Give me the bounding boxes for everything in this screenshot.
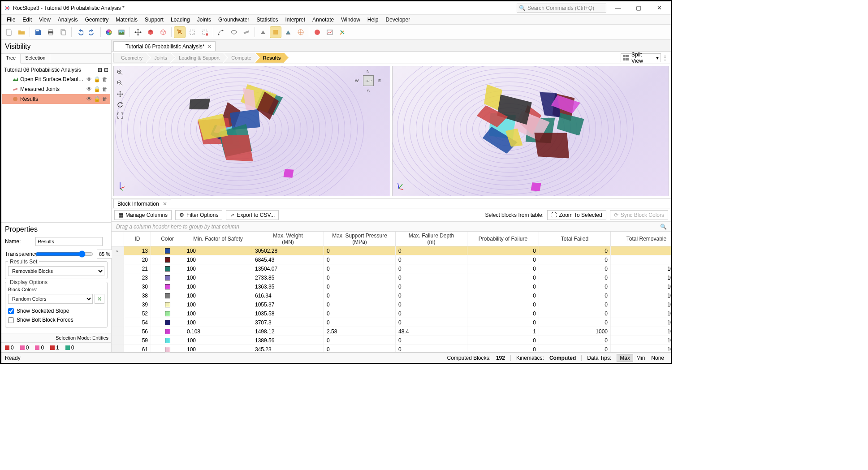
- table-row[interactable]: 30 100 1363.35 0 0 0 0 1000: [112, 282, 671, 291]
- table-row[interactable]: 38 100 616.34 0 0 0 0 1000: [112, 291, 671, 300]
- visibility-toggle-icon[interactable]: 👁: [86, 86, 92, 92]
- menu-loading[interactable]: Loading: [167, 16, 194, 24]
- new-file-button[interactable]: [3, 26, 15, 38]
- document-tab[interactable]: Tutorial 06 Probabilistic Analysis* ✕: [113, 41, 216, 51]
- plot-button[interactable]: [324, 26, 336, 38]
- collapse-all-icon[interactable]: ⊟: [104, 67, 108, 73]
- table-row[interactable]: 59 100 1389.56 0 0 0 0 1000: [112, 336, 671, 345]
- block-colors-select[interactable]: Random Colors: [8, 294, 93, 304]
- panel-options-button[interactable]: ⋮: [661, 55, 669, 61]
- table-header-col-7[interactable]: Probability of Failure: [467, 232, 539, 246]
- results-set-select[interactable]: Removable Blocks: [8, 266, 104, 276]
- fit-icon[interactable]: [116, 111, 125, 120]
- row-handle[interactable]: ▸: [112, 246, 124, 255]
- show-bolt-forces-checkbox[interactable]: [8, 317, 14, 323]
- datatip-max[interactable]: Max: [617, 354, 633, 362]
- tree-item-results[interactable]: Results 👁 🔒 🗑: [2, 94, 110, 104]
- minimize-button[interactable]: —: [609, 1, 627, 15]
- table-header-col-4[interactable]: Max. Weight (MN): [252, 232, 324, 246]
- row-handle[interactable]: [112, 255, 124, 264]
- row-handle[interactable]: [112, 336, 124, 345]
- menu-help[interactable]: Help: [364, 16, 382, 24]
- close-tab-icon[interactable]: ✕: [207, 43, 212, 50]
- undo-button[interactable]: [74, 26, 86, 38]
- export-csv-button[interactable]: ↗ Export to CSV...: [226, 210, 279, 220]
- visibility-toggle-icon[interactable]: 👁: [86, 76, 92, 82]
- phase-results[interactable]: Results: [255, 53, 289, 63]
- zoom-in-icon[interactable]: [116, 68, 125, 77]
- table-header-col-5[interactable]: Max. Support Pressure (MPa): [324, 232, 396, 246]
- table-search-icon[interactable]: 🔍: [660, 224, 666, 230]
- lock-icon[interactable]: 🔒: [94, 86, 100, 92]
- tree-item-open-pit-surface-default-mesh-rep[interactable]: Open Pit Surface.Default.Mesh_rep 👁 🔒 🗑: [2, 74, 110, 84]
- phase-geometry[interactable]: Geometry: [113, 53, 150, 63]
- open-file-button[interactable]: [16, 26, 27, 38]
- table-row[interactable]: 39 100 1055.37 0 0 0 0 1000: [112, 300, 671, 309]
- table-header-col-1[interactable]: ID: [124, 232, 151, 246]
- pan-icon[interactable]: [116, 90, 125, 99]
- table-header-col-6[interactable]: Max. Failure Depth (m): [396, 232, 467, 246]
- row-handle[interactable]: [112, 273, 124, 282]
- table-header-col-3[interactable]: Min. Factor of Safety: [184, 232, 252, 246]
- command-search[interactable]: 🔍 Search Commands (Ctrl+Q): [517, 4, 606, 13]
- split-view-select[interactable]: Split View ▾: [621, 53, 661, 62]
- save-button[interactable]: [32, 26, 44, 38]
- close-button[interactable]: ✕: [650, 1, 668, 15]
- lock-icon[interactable]: 🔒: [94, 76, 100, 82]
- menu-edit[interactable]: Edit: [19, 16, 35, 24]
- vector-button[interactable]: [337, 26, 348, 38]
- table-header-col-8[interactable]: Total Failed: [539, 232, 611, 246]
- cube-wire-button[interactable]: [157, 26, 169, 38]
- delete-icon[interactable]: 🗑: [102, 96, 108, 102]
- close-panel-icon[interactable]: ✕: [163, 201, 167, 207]
- menu-developer[interactable]: Developer: [382, 16, 414, 24]
- zoom-to-selected-button[interactable]: ⛶ Zoom To Selected: [547, 210, 606, 220]
- table-row[interactable]: 52 100 1035.58 0 0 0 0 1000: [112, 309, 671, 318]
- lasso-select-button[interactable]: [186, 26, 198, 38]
- menu-annotate[interactable]: Annotate: [309, 16, 337, 24]
- menu-file[interactable]: File: [3, 16, 19, 24]
- measure-button[interactable]: [216, 26, 227, 38]
- menu-support[interactable]: Support: [141, 16, 167, 24]
- deselect-button[interactable]: [199, 26, 211, 38]
- lock-icon[interactable]: 🔒: [94, 96, 100, 102]
- table-row[interactable]: 23 100 2733.85 0 0 0 0 1000: [112, 273, 671, 282]
- expand-all-icon[interactable]: ⊞: [98, 67, 102, 73]
- stereonet-button[interactable]: [311, 26, 323, 38]
- phase-compute[interactable]: Compute: [224, 53, 259, 63]
- datatip-min[interactable]: Min: [633, 354, 648, 362]
- tab-selection[interactable]: Selection: [21, 54, 50, 63]
- manage-columns-button[interactable]: ▦ Manage Columns: [114, 210, 172, 220]
- table-row[interactable]: 61 100 345.23 0 0 0 0 1000: [112, 345, 671, 352]
- table-row[interactable]: 56 0.108 1498.12 2.58 48.4 1 1000 1000: [112, 327, 671, 336]
- color-wheel-button[interactable]: [103, 26, 115, 38]
- row-handle[interactable]: [112, 291, 124, 300]
- table-row[interactable]: ▸ 13 100 30502.28 0 0 0 0 2: [112, 246, 671, 255]
- zoom-out-icon[interactable]: [116, 79, 125, 88]
- move-button[interactable]: [132, 26, 144, 38]
- table-header-col-2[interactable]: Color: [151, 232, 184, 246]
- visibility-toggle-icon[interactable]: 👁: [86, 96, 92, 102]
- projection-button[interactable]: [282, 26, 294, 38]
- menu-window[interactable]: Window: [337, 16, 364, 24]
- maximize-button[interactable]: ▢: [630, 1, 648, 15]
- menu-geometry[interactable]: Geometry: [82, 16, 112, 24]
- row-handle[interactable]: [112, 318, 124, 327]
- menu-materials[interactable]: Materials: [112, 16, 141, 24]
- table-row[interactable]: 20 100 6845.43 0 0 0 0 2: [112, 255, 671, 264]
- row-handle[interactable]: [112, 300, 124, 309]
- cube-solid-button[interactable]: [145, 26, 156, 38]
- image-export-button[interactable]: [116, 26, 127, 38]
- datatip-none[interactable]: None: [648, 354, 667, 362]
- row-handle[interactable]: [112, 309, 124, 318]
- delete-icon[interactable]: 🗑: [102, 86, 108, 92]
- row-handle[interactable]: [112, 282, 124, 291]
- group-hint[interactable]: Drag a column header here to group by th…: [116, 224, 239, 230]
- sync-block-colors-button[interactable]: ⟳ Sync Block Colors: [610, 210, 668, 220]
- menu-view[interactable]: View: [35, 16, 54, 24]
- shuffle-colors-button[interactable]: ⤮: [95, 294, 104, 304]
- net-button[interactable]: [295, 26, 307, 38]
- redo-button[interactable]: [86, 26, 98, 38]
- menu-groundwater[interactable]: Groundwater: [215, 16, 253, 24]
- row-handle[interactable]: [112, 327, 124, 336]
